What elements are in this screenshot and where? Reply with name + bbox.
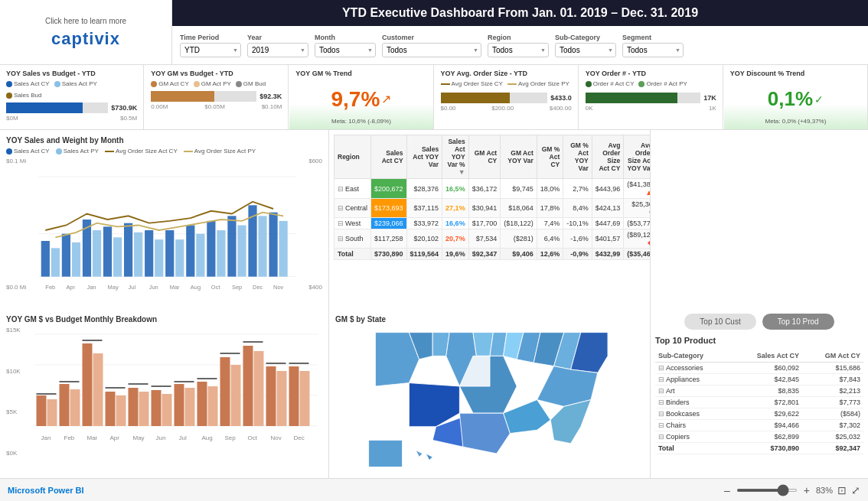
region-label: Region — [488, 34, 549, 41]
kpi-gm-legend: GM Act CY GM Act PY GM Bud — [151, 80, 282, 87]
subcategory-select[interactable]: Todos — [555, 43, 616, 57]
segment-filter: Segment Todos — [622, 34, 684, 57]
svg-text:Dec: Dec — [253, 284, 263, 291]
svg-text:Sep: Sep — [225, 434, 237, 441]
cell-total-avg-var: ($35,46) — [624, 249, 650, 260]
gm-chart-area: $15K $10K $5K $0K — [6, 327, 322, 472]
top10-prod-button[interactable]: Top 10 Prod — [762, 314, 834, 330]
cell-gm-var: $9,745 — [501, 179, 537, 199]
svg-rect-10 — [186, 225, 194, 276]
zoom-in-button[interactable]: + — [802, 484, 811, 496]
cell-gm-pct-var: 8,4% — [563, 199, 592, 218]
legend-avg-cy: Avg Order Size CY — [441, 80, 503, 87]
svg-text:Oct: Oct — [248, 434, 258, 441]
svg-rect-25 — [258, 216, 266, 276]
segment-label: Segment — [622, 34, 684, 41]
kpi-gm-trend-meta: Meta: 10,6% (-8,09%) — [295, 118, 426, 125]
kpi-avg-value: $433.0 — [550, 94, 572, 102]
fullscreen-button[interactable]: ⤢ — [851, 484, 860, 496]
svg-text:Sep: Sep — [232, 284, 242, 291]
kpi-order-num: YOY Order # - YTD Order # Act CY Order #… — [579, 65, 723, 129]
y-axis-left: $0.1 Mi $0.0 Mi — [6, 158, 38, 303]
time-period-label: Time Period — [180, 34, 241, 41]
top10-subcategory: ⊟Copiers — [655, 431, 731, 443]
svg-rect-55 — [37, 395, 47, 426]
legend-order-cy: Order # Act CY — [586, 80, 635, 87]
list-item: ⊟Copiers $62,899 $25,032 — [655, 431, 863, 443]
list-item: ⊟Bookcases $29,622 ($584) — [655, 408, 863, 420]
cell-sales-var-pct: 20,7% — [442, 229, 469, 249]
svg-text:Jan: Jan — [41, 434, 51, 441]
svg-text:Mar: Mar — [87, 434, 98, 441]
legend-sw-3: Avg Order Size Act CY — [105, 148, 178, 155]
svg-text:Mar: Mar — [170, 284, 180, 291]
cell-region: ⊟Central — [334, 199, 371, 218]
col-sales-var-pct[interactable]: Sales Act YOY Var % ▼ — [442, 135, 469, 179]
powerbi-link[interactable]: Microsoft Power BI — [8, 486, 84, 495]
external-link-button[interactable]: ⊡ — [837, 484, 847, 496]
svg-text:Apr: Apr — [110, 434, 120, 441]
table-row: ⊟South $117,258 $20,102 20,7% $7,534 ($2… — [334, 229, 651, 249]
cell-avg-var: ($89,12) ◆ — [624, 229, 650, 249]
subcategory-wrapper: Todos — [555, 43, 616, 57]
cell-region: ⊟West — [334, 218, 371, 229]
cell-gm-pct-var: -1,6% — [563, 229, 592, 249]
cell-avg-order: $443,96 — [592, 179, 624, 199]
cell-gm-pct: 18,0% — [537, 179, 563, 199]
svg-rect-26 — [279, 221, 288, 277]
kpi-avg-order-title: YOY Avg. Order Size - YTD — [441, 70, 572, 77]
svg-rect-62 — [197, 382, 207, 426]
top10-gm: $7,773 — [802, 397, 863, 408]
table-container: Region Sales Act CY Sales Act YOY Var Sa… — [329, 130, 650, 309]
kpi-sales-legend: Sales Act CY Sales Act PY Sales Bud — [6, 80, 137, 99]
cell-sales-cy: $173,693 — [371, 199, 407, 218]
svg-rect-78 — [300, 371, 310, 426]
svg-rect-16 — [72, 242, 80, 277]
col-sales-cy[interactable]: Sales Act CY — [371, 135, 407, 179]
list-item: ⊟Binders $72,801 $7,773 — [655, 397, 863, 408]
svg-rect-3 — [41, 241, 50, 277]
svg-rect-74 — [208, 386, 218, 426]
customer-select[interactable]: Todos — [382, 43, 481, 57]
svg-rect-69 — [93, 353, 103, 426]
cell-gm-var: $18,064 — [501, 199, 537, 218]
gm-chart-svg: Jan Feb Mar Apr May Jun Jul Aug Sep Oct … — [31, 327, 322, 472]
segment-select[interactable]: Todos — [622, 43, 684, 57]
year-select[interactable]: 2019 — [247, 43, 308, 57]
svg-rect-15 — [51, 248, 60, 276]
top10-subcategory: ⊟Chairs — [655, 420, 731, 431]
col-gm-cy: GM Act CY — [468, 135, 501, 179]
zoom-slider[interactable] — [736, 489, 798, 492]
cell-total-label: Total — [334, 249, 371, 260]
filters-row: Time Period YTD Year 2019 — [172, 26, 868, 64]
customer-wrapper: Todos — [382, 43, 481, 57]
svg-rect-14 — [269, 213, 277, 277]
top10-subcategory: ⊟Appliances — [655, 374, 731, 386]
legend-sales-py: Sales Act PY — [54, 80, 97, 87]
svg-text:Aug: Aug — [191, 284, 201, 291]
legend-sales-bud: Sales Bud — [6, 92, 41, 99]
cell-total-sales: $730,890 — [371, 249, 407, 260]
month-select[interactable]: Todos — [315, 43, 376, 57]
time-period-select[interactable]: YTD — [180, 43, 241, 57]
region-select[interactable]: Todos — [488, 43, 549, 57]
zoom-out-button[interactable]: – — [723, 484, 732, 496]
gm-chart-title: YOY GM $ vs Budget Monthly Breakdown — [6, 315, 322, 324]
svg-rect-73 — [185, 388, 195, 426]
cell-sales-cy: $239,066 — [371, 218, 407, 229]
table-row: ⊟West $239,066 $33,972 16,6% $17,700 ($1… — [334, 218, 651, 229]
cell-total-gm-pct: 12,6% — [537, 249, 563, 260]
svg-text:Apr: Apr — [66, 284, 75, 291]
click-to-learn[interactable]: Click here to learn more — [45, 16, 126, 26]
top10-title: Top 10 Product — [655, 336, 863, 345]
cell-gm-pct: 7,4% — [537, 218, 563, 229]
month-filter: Month Todos — [315, 34, 376, 57]
top10-cust-button[interactable]: Top 10 Cust — [684, 314, 755, 330]
svg-rect-60 — [152, 390, 162, 426]
svg-rect-75 — [231, 365, 241, 426]
top10-gm: $15,686 — [802, 363, 863, 374]
svg-text:Jun: Jun — [156, 434, 166, 441]
top10-subcategory: ⊟Accessories — [655, 363, 731, 374]
top10-total-gm: $92,347 — [802, 443, 863, 454]
legend-gm-py: GM Act PY — [194, 80, 231, 87]
